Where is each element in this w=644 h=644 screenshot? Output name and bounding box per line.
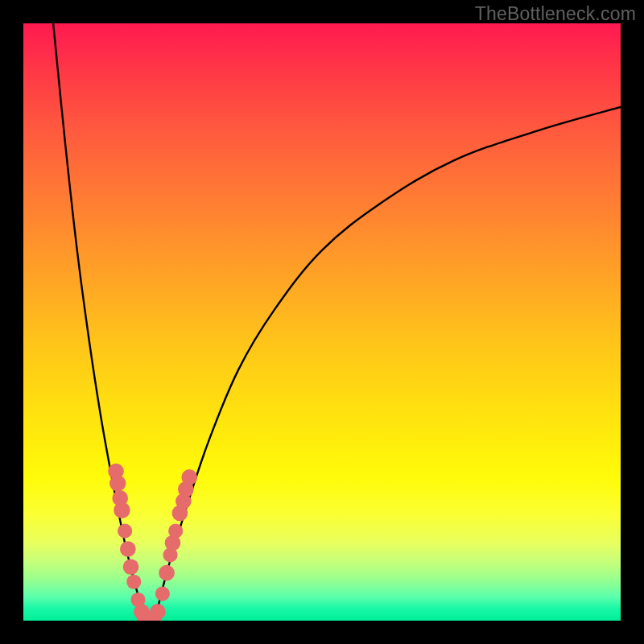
curve-right-branch: [155, 107, 621, 621]
scatter-layer: [108, 464, 197, 621]
chart-container: TheBottleneck.com: [0, 0, 644, 644]
curve-layer: [53, 23, 621, 621]
data-point: [109, 475, 126, 491]
data-point: [123, 559, 139, 575]
data-point: [118, 524, 132, 539]
data-point: [126, 575, 141, 589]
data-point: [155, 587, 170, 601]
data-point: [150, 604, 166, 620]
data-point: [120, 541, 136, 557]
plot-area: [23, 23, 621, 621]
watermark-text: TheBottleneck.com: [475, 3, 636, 25]
data-point: [168, 524, 183, 539]
data-point: [159, 565, 175, 581]
chart-svg: [23, 23, 621, 621]
data-point: [181, 469, 197, 485]
data-point: [114, 502, 130, 518]
